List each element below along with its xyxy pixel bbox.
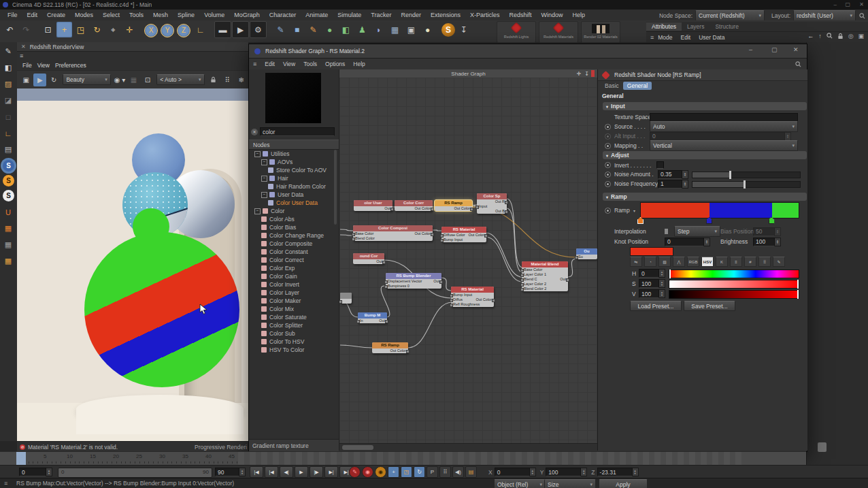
- scale-icon[interactable]: ◳: [73, 22, 88, 37]
- ramp-collapse-icon[interactable]: ▾: [633, 208, 635, 213]
- palette-redshift-lights[interactable]: Redshift Lights: [497, 21, 536, 43]
- maximize-button[interactable]: ▢: [845, 1, 850, 7]
- attr-menu-user-data[interactable]: User Data: [699, 34, 724, 41]
- render-active-icon[interactable]: ▶: [232, 21, 249, 38]
- ramp-param-icon[interactable]: [605, 208, 611, 214]
- tree-item-utilities[interactable]: −Utilities: [252, 150, 335, 158]
- key-scale-button[interactable]: ◳: [401, 466, 412, 478]
- coord-y-field[interactable]: 100: [546, 468, 581, 476]
- graph-hscrollbar-thumb[interactable]: [342, 445, 373, 450]
- attr-menu-edit[interactable]: Edit: [681, 34, 691, 41]
- scrollbar-thumb[interactable]: [818, 442, 827, 452]
- menu-volume[interactable]: Volume: [199, 12, 229, 18]
- expander-icon[interactable]: −: [261, 176, 267, 182]
- back-arrow-icon[interactable]: ←: [807, 33, 814, 39]
- clear-search-icon[interactable]: ✕: [251, 129, 258, 135]
- output-port[interactable]: [505, 201, 508, 204]
- tree-scrollbar[interactable]: [334, 150, 337, 225]
- renderview-hamburger-icon[interactable]: ≡: [20, 52, 23, 59]
- refresh-icon[interactable]: ↻: [48, 74, 60, 86]
- sat-field[interactable]: 100: [639, 279, 659, 288]
- val-field[interactable]: 100: [639, 289, 659, 298]
- mapping-dropdown[interactable]: Vertical▾: [650, 140, 798, 151]
- z-lock-icon[interactable]: Z: [177, 24, 190, 37]
- next-frame-button[interactable]: |▶: [310, 466, 323, 478]
- render-view-icon[interactable]: ▬: [214, 21, 231, 38]
- input-port[interactable]: [450, 299, 453, 302]
- volume-icon[interactable]: ◧: [338, 22, 354, 37]
- timeline-ruler[interactable]: 051015202530354045: [0, 451, 806, 466]
- slider-thumb[interactable]: [744, 180, 746, 189]
- tree-item-color-correct[interactable]: Color Correct: [252, 256, 335, 264]
- menu-character[interactable]: Character: [265, 12, 301, 18]
- coord-x-field[interactable]: 0: [495, 468, 530, 476]
- workplane-mode-icon[interactable]: ◪: [1, 93, 15, 108]
- apply-button[interactable]: Apply: [599, 479, 648, 488]
- gradient-icon[interactable]: ▧: [658, 257, 671, 267]
- texture-space-input[interactable]: [650, 113, 798, 122]
- lock-icon[interactable]: [207, 74, 220, 86]
- pass-dropdown[interactable]: Beauty▾: [63, 74, 110, 85]
- preview-range-slider[interactable]: 0 90: [58, 468, 212, 478]
- grid-icon[interactable]: ▦: [127, 74, 139, 86]
- minimal-keys-button[interactable]: ▤: [465, 466, 477, 478]
- gear-icon[interactable]: ◎: [848, 33, 854, 39]
- input-port[interactable]: [440, 234, 444, 238]
- menu-mograph[interactable]: MoGraph: [229, 12, 265, 18]
- menu-create[interactable]: Create: [42, 12, 70, 18]
- ramp-knot[interactable]: [637, 217, 644, 224]
- sound-button[interactable]: ◀): [452, 466, 464, 478]
- layer-lock-icon[interactable]: ▦: [1, 238, 15, 252]
- kelvin-mode-icon[interactable]: K: [716, 257, 728, 267]
- rs-ramp-2-node[interactable]: RS RampOut Color: [372, 342, 408, 353]
- tree-item-color-mix[interactable]: Color Mix: [252, 305, 335, 313]
- menu-file[interactable]: File: [3, 12, 22, 18]
- color-user-data-node[interactable]: olor UserOut: [354, 200, 393, 211]
- live-selection-icon[interactable]: ⊡: [40, 22, 56, 37]
- rv-menu-file[interactable]: File: [22, 62, 32, 69]
- val-slider-thumb[interactable]: [797, 290, 799, 299]
- search-icon[interactable]: [827, 33, 833, 39]
- x-lock-icon[interactable]: X: [144, 24, 158, 37]
- up-arrow-icon[interactable]: ↑: [818, 33, 822, 39]
- minimize-button[interactable]: ‒: [834, 1, 837, 7]
- uv-grid-icon[interactable]: ▤: [1, 142, 15, 157]
- coord-mode-dropdown[interactable]: Object (Rel)▾: [494, 479, 546, 488]
- ramp-section[interactable]: ▾Ramp: [603, 193, 807, 201]
- tab-basic[interactable]: Basic: [601, 82, 623, 90]
- knot-position-field[interactable]: 0: [665, 238, 704, 246]
- expander-icon[interactable]: −: [261, 192, 267, 198]
- menu-spline[interactable]: Spline: [173, 12, 199, 18]
- tree-item-color[interactable]: −Color: [252, 207, 335, 215]
- input-port[interactable]: [352, 238, 355, 241]
- ramp-knot[interactable]: [769, 217, 775, 224]
- search-icon[interactable]: [859, 13, 865, 19]
- load-preset-button[interactable]: Load Preset...: [630, 301, 682, 311]
- dots-grid-icon[interactable]: ⠿: [221, 74, 233, 86]
- output-port[interactable]: [382, 261, 386, 264]
- model-mode-icon[interactable]: ◧: [1, 61, 15, 75]
- noise-amount-param-icon[interactable]: [605, 172, 611, 178]
- move-icon[interactable]: +: [56, 22, 72, 37]
- input-port[interactable]: [450, 294, 453, 297]
- input-port[interactable]: [440, 239, 444, 242]
- output-port[interactable]: [390, 208, 394, 211]
- hue-slider[interactable]: [669, 270, 799, 278]
- output-port[interactable]: [439, 280, 443, 284]
- substance-icon[interactable]: S: [441, 23, 455, 37]
- rs-bump-blender-node[interactable]: RS Bump BlenderDisplacement VectorOutBum…: [386, 273, 441, 289]
- output-port[interactable]: [431, 208, 434, 211]
- axis-icon[interactable]: ✛: [122, 22, 137, 37]
- output-port[interactable]: [492, 299, 495, 302]
- noise-freq-param-icon[interactable]: [605, 181, 611, 187]
- goto-start-button[interactable]: |◀: [250, 466, 263, 478]
- invert-param-icon[interactable]: [605, 162, 611, 168]
- tree-item-color-composite[interactable]: Color Composite: [252, 240, 335, 248]
- noise-freq-spinner[interactable]: ▲▼: [682, 180, 688, 189]
- source-param-icon[interactable]: [605, 124, 611, 130]
- tree-item-color-abs[interactable]: Color Abs: [252, 215, 335, 223]
- tab-structure[interactable]: Structure: [710, 22, 744, 31]
- input-port[interactable]: [520, 288, 524, 291]
- rs-material-2-node[interactable]: RS MaterialBump InputDiffusOut ColorRefl…: [451, 287, 494, 307]
- lock-icon[interactable]: [837, 33, 844, 39]
